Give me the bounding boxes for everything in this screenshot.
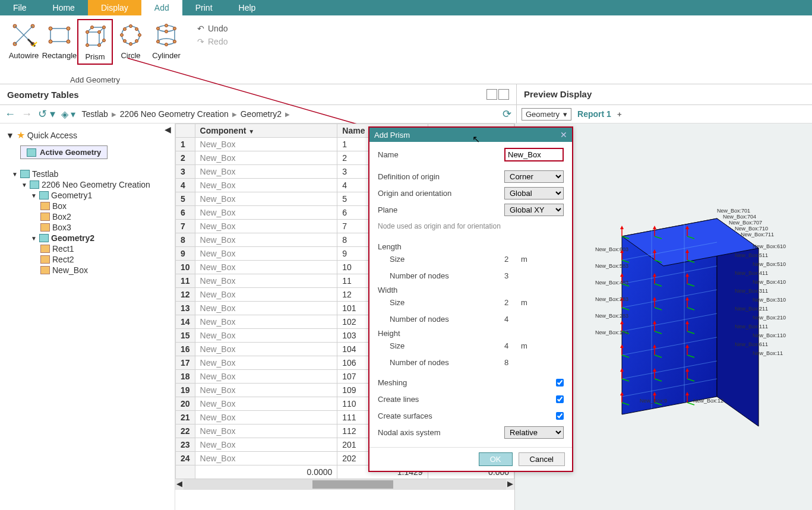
cylinder-label: Cylinder [152,51,181,60]
node-label: New_Box:711 [741,232,774,237]
collapse-panel[interactable]: ◀ [165,125,171,134]
node-label: New_Box:707 [729,220,762,226]
cancel-button[interactable]: Cancel [519,452,565,466]
nav-history[interactable]: ↺ ▾ [38,107,55,121]
node-label: New_Box:704 [723,214,756,220]
menu-help[interactable]: Help [226,0,269,15]
redo-label: Redo [208,37,228,46]
tree-box3[interactable]: Box3 [2,222,172,233]
preview-display-title: Preview Display [517,84,812,104]
dialog-close[interactable]: ✕ [560,130,567,140]
node-label: New_Box:411 [735,270,768,276]
name-input[interactable] [504,148,564,161]
project-icon [30,180,39,189]
rectangle-icon [46,21,73,49]
svg-point-21 [129,43,132,46]
ribbon-cylinder[interactable]: Cylinder [149,19,184,65]
geometry-dropdown[interactable]: Geometry▾ [522,108,571,121]
undo-button[interactable]: ↶ Undo [197,24,228,33]
svg-point-25 [124,40,127,43]
add-prism-dialog: Add Prism ✕ Name Definition of origin Co… [368,126,573,472]
ok-button[interactable]: OK [479,452,513,466]
menu-bar: File Home Display Add Print Help [0,0,812,15]
svg-point-11 [86,31,89,34]
box-icon [40,213,50,221]
length-nodes-label: Number of nodes [378,271,504,280]
refresh-button[interactable]: ⟳ [503,107,511,121]
height-size-label: Size [378,341,504,350]
tree-geometry2[interactable]: ▼Geometry2 [2,233,172,243]
layout-icons[interactable] [486,89,509,100]
plane-select[interactable]: Global XY [504,204,564,216]
height-size-value[interactable]: 4 [504,341,516,350]
quick-access-header[interactable]: ▼★Quick Access [6,129,169,141]
home-icon[interactable]: ◈ ▾ [61,109,75,120]
ribbon-circle[interactable]: Circle [113,19,149,65]
create-surfaces-checkbox[interactable] [556,412,564,420]
node-label: New_Box:283 [595,313,628,319]
menu-display[interactable]: Display [88,0,141,15]
length-section: Length [378,242,564,251]
ribbon-prism[interactable]: Prism [77,19,113,65]
tree-box[interactable]: Box [2,201,172,211]
nodal-axis-select[interactable]: Relative [504,426,564,439]
tree-rect2[interactable]: Rect2 [2,254,172,265]
menu-add[interactable]: Add [141,0,182,15]
navigation-panel: ◀ ▼★Quick Access Active Geometry ▼Testla… [0,123,175,510]
def-origin-select[interactable]: Corner [504,170,564,183]
svg-point-23 [135,28,138,31]
length-nodes-value[interactable]: 3 [504,271,516,280]
length-size-label: Size [378,255,504,264]
menu-file[interactable]: File [0,0,40,15]
table-hscrollbar[interactable]: ◀▶ [175,479,514,490]
tree-geometry1[interactable]: ▼Geometry1 [2,190,172,201]
tree-rect1[interactable]: Rect1 [2,243,172,254]
tree-project[interactable]: ▼2206 Neo Geometry Creation [2,179,172,190]
box-icon [40,223,50,232]
def-origin-label: Definition of origin [378,172,504,181]
tree-box2[interactable]: Box2 [2,211,172,222]
width-size-value[interactable]: 2 [504,298,516,307]
width-nodes-label: Number of nodes [378,315,504,324]
orient-select[interactable]: Global [504,187,564,199]
svg-point-32 [173,27,176,30]
node-label: New_Box:9 [640,398,667,404]
bc-project[interactable]: 2206 Neo Geometry Creation [120,109,229,119]
ribbon-group-label: Add Geometry [6,75,184,84]
nodal-axis-label: Nodal axis system [378,428,504,437]
report-tab[interactable]: Report 1 [577,109,611,119]
menu-print[interactable]: Print [182,0,226,15]
meshing-checkbox[interactable] [556,379,564,387]
redo-button[interactable]: ↷ Redo [197,37,228,46]
svg-point-37 [165,43,168,46]
layout-icon-1[interactable] [486,89,497,100]
bc-testlab[interactable]: Testlab [81,109,108,119]
height-nodes-value[interactable]: 8 [504,358,516,367]
menu-home[interactable]: Home [40,0,88,15]
dialog-titlebar[interactable]: Add Prism ✕ [369,128,572,142]
layout-icon-2[interactable] [498,89,509,100]
svg-point-8 [67,27,70,30]
dialog-title: Add Prism [374,131,410,140]
active-geometry-button[interactable]: Active Geometry [20,145,108,159]
nav-forward[interactable]: → [21,108,32,121]
add-tab-button[interactable]: + [617,110,622,119]
geom-icon [39,191,49,199]
nav-back[interactable]: ← [5,108,15,121]
width-nodes-value[interactable]: 4 [504,315,516,324]
create-lines-checkbox[interactable] [556,395,564,403]
ribbon-rectangle[interactable]: Rectangle [42,19,77,65]
geom-icon [39,234,49,242]
col-row[interactable] [176,124,195,138]
bc-geometry[interactable]: Geometry2 [241,109,282,119]
ribbon-autowire[interactable]: Autowire [6,19,42,65]
rectangle-label: Rectangle [42,51,77,60]
tree-testlab[interactable]: ▼Testlab [2,169,172,179]
prism-icon [81,23,109,50]
tree-newbox[interactable]: New_Box [2,265,172,275]
svg-point-16 [98,44,101,47]
col-component[interactable]: Component▼ [195,124,337,138]
length-size-value[interactable]: 2 [504,255,516,264]
node-label: New_Box:12 [693,398,723,404]
meshing-label: Meshing [378,378,556,387]
